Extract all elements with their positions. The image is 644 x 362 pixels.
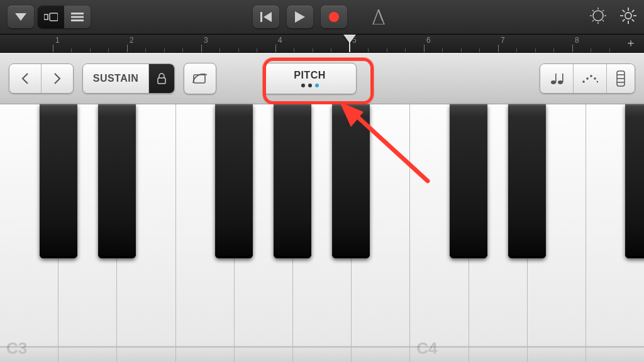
mixer-view-icon bbox=[71, 13, 84, 21]
plus-icon: ＋ bbox=[625, 36, 636, 49]
glissando-icon bbox=[192, 72, 208, 85]
bar-number: 1 bbox=[55, 36, 60, 45]
tracks-view-icon bbox=[44, 12, 58, 22]
svg-point-9 bbox=[329, 12, 339, 22]
browser-button[interactable] bbox=[8, 6, 34, 28]
metronome-button[interactable] bbox=[366, 9, 391, 25]
chevron-left-icon bbox=[21, 73, 29, 84]
rewind-button[interactable] bbox=[253, 6, 279, 28]
svg-rect-1 bbox=[44, 14, 48, 19]
timeline-ruler[interactable]: 1 2 3 4 5 6 7 8 // placeholder: ticks dr… bbox=[0, 34, 644, 53]
svg-point-37 bbox=[586, 77, 589, 80]
record-icon bbox=[328, 11, 340, 23]
bar-number: 7 bbox=[501, 36, 505, 45]
bar-number: 2 bbox=[130, 36, 134, 45]
svg-point-34 bbox=[558, 80, 563, 84]
keyboard-toolbar: SUSTAIN PITCH bbox=[0, 53, 644, 104]
keyboard-mode-group bbox=[540, 63, 635, 94]
svg-line-29 bbox=[632, 10, 635, 12]
record-button[interactable] bbox=[321, 6, 347, 28]
gear-icon bbox=[620, 8, 636, 24]
rewind-icon bbox=[260, 12, 272, 22]
add-section-button[interactable]: ＋ bbox=[625, 37, 636, 48]
svg-point-21 bbox=[625, 13, 631, 19]
tracks-view-button[interactable] bbox=[38, 6, 64, 28]
svg-point-32 bbox=[551, 80, 556, 84]
svg-rect-30 bbox=[158, 78, 165, 84]
play-icon bbox=[295, 11, 305, 23]
note-value-icon bbox=[549, 71, 564, 86]
octave-down-button[interactable] bbox=[9, 64, 42, 93]
bar-number: 3 bbox=[204, 36, 208, 45]
transport-toolbar bbox=[0, 0, 644, 34]
octave-shift-group bbox=[9, 63, 74, 94]
svg-line-20 bbox=[602, 10, 604, 11]
svg-marker-7 bbox=[264, 12, 272, 22]
lock-icon bbox=[157, 73, 166, 84]
black-key-fs4[interactable] bbox=[625, 104, 644, 258]
glissando-button[interactable] bbox=[184, 63, 216, 94]
play-button[interactable] bbox=[287, 6, 313, 28]
svg-rect-6 bbox=[260, 12, 262, 22]
bar-number: 6 bbox=[426, 36, 431, 45]
svg-point-39 bbox=[594, 77, 596, 80]
black-key-cs4[interactable] bbox=[450, 104, 487, 258]
svg-rect-5 bbox=[71, 19, 84, 21]
piano-keyboard[interactable]: C3 C4 bbox=[0, 104, 644, 362]
svg-rect-2 bbox=[50, 13, 58, 21]
pitch-mode-dots bbox=[301, 84, 319, 87]
black-key-fs3[interactable] bbox=[215, 104, 253, 258]
pitch-mode-button[interactable]: PITCH bbox=[263, 63, 357, 94]
svg-line-26 bbox=[623, 10, 625, 12]
sustain-label: SUSTAIN bbox=[93, 73, 139, 84]
master-volume-dial-icon bbox=[590, 8, 606, 24]
bar-number: 4 bbox=[278, 36, 282, 45]
note-value-button[interactable] bbox=[540, 64, 574, 93]
black-key-cs3[interactable] bbox=[40, 104, 77, 258]
playhead-line bbox=[349, 42, 350, 52]
octave-up-button[interactable] bbox=[42, 64, 73, 93]
svg-rect-33 bbox=[555, 74, 557, 82]
chevron-right-icon bbox=[53, 73, 61, 84]
view-switcher[interactable] bbox=[38, 6, 91, 28]
pitch-label: PITCH bbox=[294, 70, 326, 81]
svg-marker-8 bbox=[295, 11, 305, 23]
svg-line-27 bbox=[632, 19, 635, 22]
svg-point-40 bbox=[597, 80, 598, 82]
arpeggiator-icon bbox=[582, 74, 598, 84]
svg-line-18 bbox=[602, 20, 604, 21]
svg-line-11 bbox=[379, 11, 382, 21]
svg-rect-31 bbox=[194, 75, 205, 83]
black-key-gs3[interactable] bbox=[274, 104, 311, 258]
black-key-ds4[interactable] bbox=[508, 104, 546, 258]
svg-rect-4 bbox=[71, 16, 84, 18]
svg-line-17 bbox=[592, 10, 594, 11]
black-key-ds3[interactable] bbox=[98, 104, 136, 258]
arpeggiator-button[interactable] bbox=[574, 64, 607, 93]
svg-point-38 bbox=[590, 75, 592, 77]
settings-button[interactable] bbox=[620, 8, 636, 26]
svg-line-28 bbox=[623, 19, 625, 22]
black-key-as3[interactable] bbox=[332, 104, 370, 258]
mixer-view-button[interactable] bbox=[64, 6, 91, 28]
master-volume-dial[interactable] bbox=[590, 8, 606, 26]
svg-marker-0 bbox=[15, 13, 26, 21]
svg-point-36 bbox=[582, 80, 585, 83]
browser-triangle-icon bbox=[15, 13, 26, 21]
sustain-group: SUSTAIN bbox=[82, 63, 175, 94]
svg-rect-35 bbox=[562, 74, 564, 82]
key-label: C3 bbox=[6, 339, 27, 358]
svg-point-12 bbox=[593, 11, 603, 21]
sustain-button[interactable]: SUSTAIN bbox=[83, 64, 149, 93]
svg-line-19 bbox=[592, 20, 594, 21]
bar-number: 8 bbox=[575, 36, 579, 45]
key-label: C4 bbox=[416, 339, 437, 358]
metronome-icon bbox=[372, 9, 386, 25]
keyboard-layout-button[interactable] bbox=[607, 64, 635, 93]
keyboard-layout-icon bbox=[616, 70, 625, 87]
svg-rect-3 bbox=[71, 13, 84, 14]
sustain-lock-button[interactable] bbox=[149, 64, 174, 93]
